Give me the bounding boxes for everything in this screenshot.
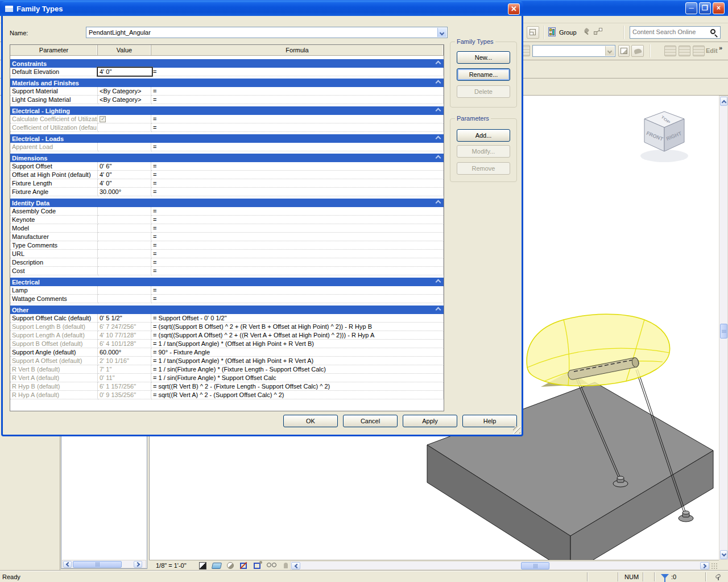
parameter-value-cell[interactable]: 6' 7 247/256" <box>98 323 151 331</box>
parameter-formula-cell[interactable]: = (sqrt((Support B Offset) ^ 2 + (R Vert… <box>151 323 444 331</box>
parameter-value-cell[interactable]: 4' 0" <box>98 68 151 76</box>
app-minimize-button[interactable]: ─ <box>685 2 697 14</box>
new-type-button[interactable]: New... <box>457 51 510 64</box>
parameter-formula-cell[interactable]: = <box>151 171 444 179</box>
parameter-formula-cell[interactable]: = <box>151 96 444 104</box>
drawing-vscroll[interactable] <box>719 96 728 560</box>
parameter-value-cell[interactable]: 4' 0" <box>98 171 151 179</box>
parameter-row[interactable]: Support Material<By Category>= <box>10 87 444 96</box>
parameter-formula-cell[interactable]: = 90° - Fixture Angle <box>151 348 444 357</box>
parameter-formula-cell[interactable]: = sqrt((R Vert A) ^ 2 - (Support Offset … <box>151 391 444 399</box>
parameter-value-cell[interactable] <box>98 224 151 233</box>
parameter-formula-cell[interactable]: = <box>151 179 444 188</box>
parameter-value-cell[interactable] <box>98 267 151 275</box>
section-header-row[interactable]: Electrical <box>10 278 444 286</box>
ok-button[interactable]: OK <box>283 415 338 427</box>
section-header-row[interactable]: Electrical - Lighting <box>10 106 444 115</box>
section-collapse-icon[interactable] <box>436 108 441 114</box>
parameter-formula-cell[interactable]: = <box>151 295 444 303</box>
view-scale-label[interactable]: 1/8" = 1'-0" <box>156 562 187 569</box>
parameter-value-cell[interactable]: 0' 6" <box>98 162 151 171</box>
parameter-value-cell[interactable] <box>98 258 151 267</box>
parameter-formula-cell[interactable]: = (sqrt((Support A Offset) ^ 2 + ((R Ver… <box>151 331 444 340</box>
parameter-value-cell[interactable] <box>98 286 151 295</box>
parameter-value-cell[interactable]: 2' 10 1/16" <box>98 357 151 365</box>
remove-parameter-button[interactable]: Remove <box>457 162 510 175</box>
parameter-row[interactable]: Support Offset0' 6"= <box>10 162 444 171</box>
scroll-down-icon[interactable] <box>720 550 727 559</box>
parameter-value-cell[interactable]: 6' 4 101/128" <box>98 340 151 348</box>
parameter-row[interactable]: Keynote= <box>10 216 444 224</box>
parameter-row[interactable]: Fixture Length4' 0"= <box>10 179 444 188</box>
detail-level-icon[interactable] <box>199 562 206 569</box>
group-button[interactable]: Group <box>559 29 577 36</box>
parameter-value-cell[interactable]: 7' 1" <box>98 365 151 374</box>
link-icon[interactable] <box>594 28 604 36</box>
content-search-input[interactable] <box>630 27 706 37</box>
parameter-row[interactable]: Apparent Load= <box>10 143 444 151</box>
parameter-row[interactable]: Calculate Coefficient of Utilizati= <box>10 115 444 123</box>
crop-off-icon[interactable] <box>239 562 247 569</box>
cancel-button[interactable]: Cancel <box>343 415 398 427</box>
parameter-value-cell[interactable]: <By Category> <box>98 96 151 104</box>
parameter-value-cell[interactable] <box>98 241 151 250</box>
pin-icon[interactable] <box>584 28 592 36</box>
filter-icon[interactable] <box>661 574 669 579</box>
browser-hscroll[interactable] <box>62 560 146 568</box>
parameter-value-cell[interactable] <box>98 295 151 303</box>
section-collapse-icon[interactable] <box>436 279 441 285</box>
search-icon[interactable] <box>710 29 715 34</box>
parameter-formula-cell[interactable]: = <box>151 123 444 132</box>
dialog-resize-grip[interactable] <box>513 426 520 434</box>
parameter-formula-cell[interactable]: = <box>151 224 444 233</box>
parameter-formula-cell[interactable]: = <box>151 233 444 241</box>
rename-type-button[interactable]: Rename... <box>457 68 510 81</box>
parameter-value-cell[interactable]: 0' 11" <box>98 374 151 382</box>
parameter-row[interactable]: R Vert A (default)0' 11"= 1 / sin(Fixtur… <box>10 374 444 382</box>
parameter-value-cell[interactable]: 0' 5 1/2" <box>98 314 151 323</box>
parameter-row[interactable]: Offset at High Point (default)4' 0"= <box>10 171 444 179</box>
parameter-row[interactable]: Fixture Angle30.000°= <box>10 188 444 196</box>
section-header-row[interactable]: Dimensions <box>10 154 444 162</box>
parameter-formula-cell[interactable]: = 1 / sin(Fixture Angle) * Support Offse… <box>151 374 444 382</box>
parameter-row[interactable]: Type Comments= <box>10 241 444 250</box>
help-button[interactable]: Help <box>462 415 517 427</box>
column-header-formula[interactable]: Formula <box>151 45 444 55</box>
shadows-icon[interactable] <box>227 562 234 569</box>
parameter-row[interactable]: Lamp= <box>10 286 444 295</box>
parameter-formula-cell[interactable]: = 1 / tan(Support Angle) * (Offset at Hi… <box>151 340 444 348</box>
hscroll-thumb[interactable] <box>521 562 549 569</box>
section-collapse-icon[interactable] <box>436 307 441 313</box>
app-restore-button[interactable]: ❐ <box>699 2 711 14</box>
parameter-value-cell[interactable] <box>98 123 151 132</box>
vscroll-thumb[interactable] <box>720 324 727 339</box>
parameter-value-cell[interactable] <box>98 115 151 123</box>
parameter-row[interactable]: Description= <box>10 258 444 267</box>
section-collapse-icon[interactable] <box>436 136 441 142</box>
scroll-up-icon[interactable] <box>720 97 727 106</box>
parameter-formula-cell[interactable]: = Support Offset - 0' 0 1/2" <box>151 314 444 323</box>
parameter-row[interactable]: Model= <box>10 224 444 233</box>
section-collapse-icon[interactable] <box>436 80 441 86</box>
modify-parameter-button[interactable]: Modify... <box>457 145 510 158</box>
parameter-value-cell[interactable]: 4' 0" <box>98 179 151 188</box>
dialog-close-button[interactable]: ✕ <box>508 3 520 15</box>
parameter-row[interactable]: Support Length B (default)6' 7 247/256"=… <box>10 323 444 331</box>
type-selector-combo[interactable] <box>532 45 615 57</box>
hand-edit-icon[interactable] <box>631 45 644 57</box>
parameter-formula-cell[interactable]: = <box>151 250 444 258</box>
section-header-row[interactable]: Materials and Finishes <box>10 79 444 87</box>
section-header-row[interactable]: Identity Data <box>10 199 444 207</box>
parameter-row[interactable]: Light Casing Material<By Category>= <box>10 96 444 104</box>
parameter-formula-cell[interactable]: = <box>151 207 444 216</box>
parameter-row[interactable]: URL= <box>10 250 444 258</box>
image-icon[interactable] <box>618 45 630 57</box>
parameter-formula-cell[interactable]: = <box>151 68 444 76</box>
crop-region-icon[interactable] <box>253 562 261 569</box>
parameter-value-cell[interactable] <box>98 207 151 216</box>
type-name-combo[interactable]: PendantLight_Angular <box>86 27 448 38</box>
parameter-value-cell[interactable] <box>98 250 151 258</box>
parameter-row[interactable]: Assembly Code= <box>10 207 444 216</box>
section-collapse-icon[interactable] <box>436 61 441 67</box>
parameter-row[interactable]: Support A Offset (default)2' 10 1/16"= 1… <box>10 357 444 365</box>
